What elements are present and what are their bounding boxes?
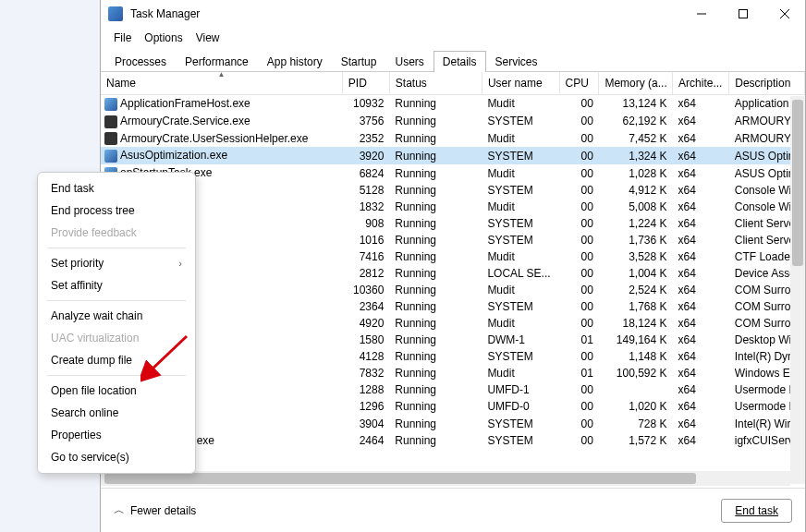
table-row[interactable]: onStartupTask.exe6824RunningMudit001,028… bbox=[101, 164, 805, 182]
table-row[interactable]: ArmouryCrate.UserSessionHelper.exe2352Ru… bbox=[101, 130, 805, 148]
col-name[interactable]: Name▲ bbox=[101, 72, 342, 95]
cell-status: Running bbox=[389, 265, 482, 282]
menu-item-set-affinity[interactable]: Set affinity bbox=[38, 274, 195, 296]
table-row[interactable]: ApplicationFrameHost.exe10932RunningMudi… bbox=[101, 95, 805, 113]
close-button[interactable] bbox=[763, 0, 805, 28]
vertical-scrollbar[interactable] bbox=[790, 96, 805, 484]
table-row[interactable]: 1580RunningDWM-101149,164 Kx64Desktop Wi… bbox=[101, 332, 805, 348]
cell-status: Running bbox=[389, 298, 482, 315]
cell-mem: 1,736 K bbox=[599, 232, 673, 248]
tab-processes[interactable]: Processes bbox=[105, 51, 176, 72]
menu-item-end-task[interactable]: End task bbox=[38, 177, 195, 200]
cell-status: Running bbox=[389, 248, 482, 265]
cell-cpu: 00 bbox=[559, 381, 599, 398]
menu-item-search-online[interactable]: Search online bbox=[38, 402, 195, 424]
table-row[interactable]: 1016RunningSYSTEM001,736 Kx64Client Serv… bbox=[101, 232, 805, 248]
tab-users[interactable]: Users bbox=[385, 51, 433, 72]
table-row[interactable]: 4920RunningMudit0018,124 Kx64COM Surroga… bbox=[101, 315, 805, 332]
tab-details[interactable]: Details bbox=[434, 51, 486, 72]
tab-app-history[interactable]: App history bbox=[258, 51, 332, 72]
cell-pid: 1580 bbox=[342, 332, 389, 348]
task-manager-window: Task Manager File Options View Processes… bbox=[100, 0, 806, 532]
cell-pid: 908 bbox=[342, 215, 389, 232]
col-memory[interactable]: Memory (a... bbox=[599, 72, 673, 95]
menu-item-go-to-service-s-[interactable]: Go to service(s) bbox=[38, 446, 195, 468]
table-row[interactable]: igfxCUIService.exe2464RunningSYSTEM001,5… bbox=[101, 432, 805, 450]
scrollbar-thumb[interactable] bbox=[104, 473, 696, 484]
table-row[interactable]: 7416RunningMudit003,528 Kx64CTF Loader bbox=[101, 248, 805, 265]
tab-performance[interactable]: Performance bbox=[176, 51, 258, 72]
cell-cpu: 00 bbox=[559, 265, 599, 282]
cell-mem: 149,164 K bbox=[599, 332, 673, 348]
cell-cpu: 00 bbox=[559, 348, 599, 365]
table-row[interactable]: AsusOptimization.exe3920RunningSYSTEM001… bbox=[101, 147, 805, 164]
cell-pid: 1016 bbox=[342, 232, 389, 248]
menu-separator bbox=[47, 300, 186, 301]
col-cpu[interactable]: CPU bbox=[559, 72, 599, 95]
window-title: Task Manager bbox=[130, 7, 680, 20]
maximize-button[interactable] bbox=[722, 0, 763, 28]
col-description[interactable]: Description bbox=[729, 72, 805, 95]
table-row[interactable]: 5128RunningSYSTEM004,912 Kx64Console Win… bbox=[101, 182, 805, 199]
cell-pid: 7416 bbox=[342, 248, 389, 265]
cell-cpu: 00 bbox=[559, 232, 599, 248]
menu-item-create-dump-file[interactable]: Create dump file bbox=[38, 349, 195, 371]
table-row[interactable]: 1832RunningMudit005,008 Kx64Console Wind bbox=[101, 199, 805, 215]
cell-cpu: 00 bbox=[559, 398, 599, 415]
cell-pid: 10360 bbox=[342, 282, 389, 298]
cell-status: Running bbox=[389, 147, 482, 164]
process-name: ArmouryCrate.Service.exe bbox=[120, 115, 250, 127]
col-user[interactable]: User name bbox=[482, 72, 559, 95]
tab-startup[interactable]: Startup bbox=[332, 51, 386, 72]
cell-mem: 1,028 K bbox=[599, 164, 673, 182]
cell-arch: x64 bbox=[673, 381, 729, 398]
table-row[interactable]: 10360RunningMudit002,524 Kx64COM Surroga… bbox=[101, 282, 805, 298]
cell-mem: 1,768 K bbox=[599, 298, 673, 315]
cell-arch: x64 bbox=[673, 232, 729, 248]
table-row[interactable]: 4128RunningSYSTEM001,148 Kx64Intel(R) Dy… bbox=[101, 348, 805, 365]
cell-user: Mudit bbox=[482, 248, 559, 265]
chevron-up-icon: ︿ bbox=[114, 502, 125, 518]
menu-item-open-file-location[interactable]: Open file location bbox=[38, 380, 195, 402]
cell-arch: x64 bbox=[673, 248, 729, 265]
table-row[interactable]: 1288RunningUMFD-100x64Usermode For bbox=[101, 381, 805, 398]
table-row[interactable]: 908RunningSYSTEM001,224 Kx64Client Serve… bbox=[101, 215, 805, 232]
scrollbar-thumb[interactable] bbox=[792, 100, 803, 266]
table-row[interactable]: ibtsiva.exe3904RunningSYSTEM00728 Kx64In… bbox=[101, 415, 805, 432]
cell-status: Running bbox=[389, 381, 482, 398]
cell-status: Running bbox=[389, 199, 482, 215]
cell-mem: 1,572 K bbox=[599, 432, 673, 450]
context-menu: End taskEnd process treeProvide feedback… bbox=[37, 172, 196, 474]
cell-status: Running bbox=[389, 232, 482, 248]
cell-status: Running bbox=[389, 95, 482, 113]
cell-arch: x64 bbox=[673, 164, 729, 182]
cell-arch: x64 bbox=[673, 265, 729, 282]
menubar: File Options View bbox=[101, 28, 805, 48]
col-pid[interactable]: PID bbox=[342, 72, 389, 95]
menu-options[interactable]: Options bbox=[139, 30, 188, 46]
cell-mem: 1,020 K bbox=[599, 398, 673, 415]
cell-status: Running bbox=[389, 315, 482, 332]
table-row[interactable]: ArmouryCrate.Service.exe3756RunningSYSTE… bbox=[101, 113, 805, 130]
menu-separator bbox=[47, 248, 186, 248]
menu-item-set-priority[interactable]: Set priority› bbox=[38, 252, 195, 274]
menu-item-properties[interactable]: Properties bbox=[38, 424, 195, 446]
horizontal-scrollbar[interactable] bbox=[101, 471, 790, 486]
minimize-button[interactable] bbox=[680, 0, 722, 28]
menu-view[interactable]: View bbox=[190, 30, 226, 46]
col-status[interactable]: Status bbox=[389, 72, 482, 95]
cell-cpu: 00 bbox=[559, 164, 599, 182]
end-task-button[interactable]: End task bbox=[721, 499, 792, 523]
cell-arch: x64 bbox=[673, 147, 729, 164]
table-row[interactable]: 2364RunningSYSTEM001,768 Kx64COM Surroga… bbox=[101, 298, 805, 315]
table-row[interactable]: 7832RunningMudit01100,592 Kx64Windows Ex… bbox=[101, 365, 805, 381]
cell-pid: 2352 bbox=[342, 130, 389, 148]
tab-services[interactable]: Services bbox=[486, 51, 547, 72]
col-arch[interactable]: Archite... bbox=[673, 72, 729, 95]
menu-item-analyze-wait-chain[interactable]: Analyze wait chain bbox=[38, 305, 195, 327]
table-row[interactable]: 1296RunningUMFD-0001,020 Kx64Usermode Fo… bbox=[101, 398, 805, 415]
table-row[interactable]: 2812RunningLOCAL SE...001,004 Kx64Device… bbox=[101, 265, 805, 282]
fewer-details-toggle[interactable]: ︿ Fewer details bbox=[114, 502, 196, 518]
menu-file[interactable]: File bbox=[108, 30, 137, 46]
menu-item-end-process-tree[interactable]: End process tree bbox=[38, 200, 195, 222]
